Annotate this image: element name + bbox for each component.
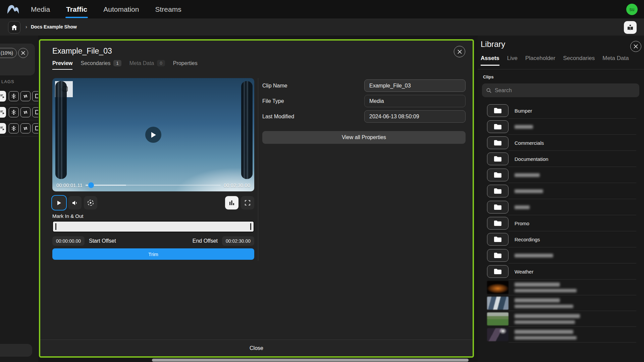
- seek-knob[interactable]: [88, 182, 94, 188]
- tab-secondaries[interactable]: Secondaries: [563, 55, 595, 66]
- seek-bar[interactable]: [86, 185, 221, 186]
- folder-icon[interactable]: [487, 120, 508, 133]
- square-icon[interactable]: [32, 107, 38, 117]
- library-toggle-button[interactable]: [624, 21, 637, 34]
- folder-label-redacted: [515, 124, 533, 130]
- folder-icon[interactable]: [487, 169, 508, 181]
- folder-icon[interactable]: [487, 201, 508, 214]
- close-button[interactable]: Close: [250, 345, 263, 351]
- trim-handle-start[interactable]: [55, 223, 56, 230]
- folder-row[interactable]: [478, 183, 644, 199]
- fullscreen-button[interactable]: [241, 196, 254, 209]
- square-icon[interactable]: [32, 123, 38, 133]
- folder-row[interactable]: Promo: [478, 215, 644, 231]
- folder-label-redacted: [515, 172, 540, 178]
- clip-item[interactable]: [478, 295, 644, 311]
- horizontal-scrollbar[interactable]: [152, 359, 469, 362]
- folder-row[interactable]: [478, 199, 644, 215]
- clip-item[interactable]: [478, 327, 644, 343]
- square-icon[interactable]: [32, 91, 38, 101]
- nav-item-media[interactable]: Media: [31, 0, 50, 18]
- folder-icon[interactable]: [487, 153, 508, 165]
- folder-row[interactable]: [478, 247, 644, 263]
- file-type-input[interactable]: [364, 95, 466, 107]
- tab-properties[interactable]: Properties: [173, 60, 198, 70]
- trim-range[interactable]: [52, 221, 254, 232]
- view-all-properties-button[interactable]: View all Properties: [262, 131, 466, 144]
- tab-live[interactable]: Live: [507, 55, 518, 66]
- tab-preview[interactable]: Preview: [52, 60, 72, 70]
- start-offset-label: Start Offset: [89, 238, 116, 244]
- nav-item-automation[interactable]: Automation: [103, 0, 139, 18]
- search-input[interactable]: [495, 87, 635, 94]
- folder-icon[interactable]: [487, 265, 508, 278]
- tab-secondaries[interactable]: Secondaries1: [80, 60, 121, 70]
- flag-row: [0, 104, 38, 120]
- playback-speed-button[interactable]: [84, 196, 97, 209]
- folder-icon[interactable]: [487, 104, 508, 117]
- app-window: Media Traffic Automation Streams su › Do…: [0, 0, 644, 362]
- library-search[interactable]: [482, 83, 639, 97]
- folder-row[interactable]: [478, 119, 644, 135]
- video-player[interactable]: 00:00:01.11 00:02:30.00: [52, 78, 254, 191]
- folder-icon[interactable]: [487, 185, 508, 197]
- user-avatar[interactable]: su: [626, 4, 638, 15]
- repeat-icon[interactable]: [20, 107, 31, 117]
- clip-item[interactable]: [478, 280, 644, 295]
- search-icon: [486, 88, 491, 93]
- trim-button[interactable]: Trim: [52, 248, 254, 260]
- clip-name-input[interactable]: [364, 79, 466, 92]
- end-offset-label: End Offset: [193, 238, 218, 244]
- folder-row[interactable]: Documentation: [478, 151, 644, 167]
- playlist-play-icon[interactable]: [0, 123, 6, 134]
- library-tabs: Assets Live Placeholder Secondaries Meta…: [481, 55, 629, 66]
- metadata-count-badge: 0: [157, 60, 165, 66]
- audio-levels-button[interactable]: [225, 196, 238, 209]
- repeat-icon[interactable]: [20, 91, 31, 101]
- play-overlay-button[interactable]: [145, 127, 161, 143]
- nav-item-streams[interactable]: Streams: [155, 0, 181, 18]
- playlist-play-icon[interactable]: [0, 107, 6, 118]
- trim-handle-end[interactable]: [250, 223, 251, 230]
- left-panel-close-button[interactable]: [18, 48, 28, 58]
- divider: [478, 69, 644, 69]
- snowflake-icon[interactable]: [9, 107, 19, 117]
- folder-row[interactable]: [478, 167, 644, 183]
- home-icon: [11, 24, 17, 31]
- playlist-play-icon[interactable]: [0, 91, 6, 102]
- last-modified-input[interactable]: [364, 110, 466, 123]
- clip-name-label: Clip Name: [262, 83, 287, 89]
- tab-meta-data[interactable]: Meta Data: [602, 55, 629, 66]
- tab-meta-data[interactable]: Meta Data0: [129, 60, 165, 70]
- modal-tabs: Preview Secondaries1 Meta Data0 Properti…: [52, 60, 198, 70]
- home-button[interactable]: [8, 21, 20, 34]
- folder-icon[interactable]: [487, 233, 508, 246]
- last-modified-label: Last Modified: [262, 114, 294, 120]
- breadcrumb[interactable]: Docs Example Show: [31, 24, 77, 29]
- folder-row[interactable]: Bumper: [478, 103, 644, 119]
- folder-icon[interactable]: [487, 249, 508, 262]
- volume-icon: [72, 200, 78, 205]
- folder-row[interactable]: Weather: [478, 263, 644, 280]
- modal-title: Example_File_03: [52, 47, 112, 56]
- modal-footer: Close: [40, 340, 473, 356]
- nav-item-traffic[interactable]: Traffic: [66, 0, 87, 18]
- repeat-icon[interactable]: [20, 123, 31, 133]
- volume-button[interactable]: [68, 196, 82, 209]
- folder-label: Recordings: [515, 237, 540, 242]
- modal-close-button[interactable]: [454, 46, 465, 57]
- tab-placeholder[interactable]: Placeholder: [525, 55, 555, 66]
- library-close-button[interactable]: [630, 41, 641, 52]
- library-title: Library: [481, 40, 505, 49]
- file-type-label: File Type: [262, 98, 284, 104]
- folder-row[interactable]: Commercials: [478, 135, 644, 151]
- property-row-last-modified: Last Modified: [262, 110, 466, 123]
- snowflake-icon[interactable]: [9, 123, 19, 133]
- clip-item[interactable]: [478, 311, 644, 327]
- play-button[interactable]: [52, 196, 66, 209]
- folder-icon[interactable]: [487, 217, 508, 230]
- snowflake-icon[interactable]: [9, 91, 19, 101]
- tab-assets[interactable]: Assets: [481, 55, 499, 66]
- folder-row[interactable]: Recordings: [478, 231, 644, 247]
- folder-icon[interactable]: [487, 136, 508, 149]
